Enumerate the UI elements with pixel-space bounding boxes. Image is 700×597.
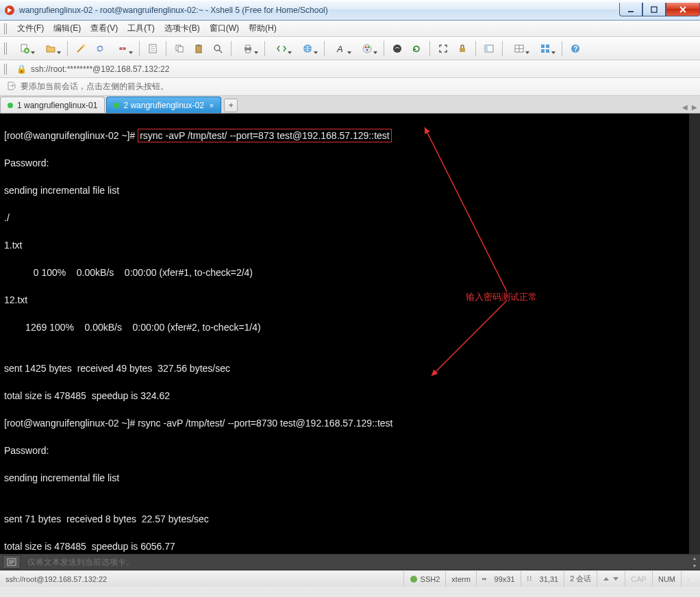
lock-icon[interactable] bbox=[453, 40, 471, 58]
svg-rect-1 bbox=[628, 11, 634, 12]
tab-session-1[interactable]: 1 wangrufienglinux-01 bbox=[0, 97, 105, 113]
svg-rect-23 bbox=[460, 48, 465, 52]
help-icon[interactable]: ? bbox=[566, 40, 584, 58]
window-title: wangrufienglinux-02 - root@wangruifengli… bbox=[19, 5, 619, 15]
status-size: ↔ 99x31 bbox=[476, 571, 521, 587]
status-dot-icon bbox=[114, 103, 119, 108]
shield-icon bbox=[410, 575, 418, 583]
address-bar: 🔒 ssh://root:********@192.168.57.132:22 bbox=[0, 60, 700, 78]
bookmark-arrow-icon[interactable] bbox=[7, 81, 16, 92]
status-sessions: 2 会话 bbox=[564, 571, 597, 587]
menu-window[interactable]: 窗口(W) bbox=[205, 21, 244, 36]
annotation-text: 输入密码测试正常 bbox=[466, 290, 537, 304]
reconnect-icon[interactable] bbox=[91, 40, 109, 58]
toolbar: A ? bbox=[0, 37, 700, 60]
fullscreen-icon[interactable] bbox=[434, 40, 452, 58]
nav-arrows-icon[interactable] bbox=[269, 40, 294, 58]
tab-scroll-right-icon[interactable]: ▶ bbox=[692, 103, 697, 111]
font-icon[interactable]: A bbox=[329, 40, 353, 58]
refresh-icon[interactable] bbox=[408, 40, 425, 58]
window-titlebar: wangrufienglinux-02 - root@wangruifengli… bbox=[0, 0, 700, 21]
compose-scroll-down[interactable]: ▼ bbox=[689, 562, 700, 570]
lock-icon: 🔒 bbox=[16, 64, 27, 74]
svg-point-5 bbox=[82, 45, 85, 47]
svg-rect-25 bbox=[485, 45, 488, 52]
wand-icon[interactable] bbox=[72, 40, 90, 58]
session-url[interactable]: ssh://root:********@192.168.57.132:22 bbox=[31, 64, 169, 74]
sidebar-icon[interactable] bbox=[480, 40, 498, 58]
disconnect-icon[interactable] bbox=[110, 40, 135, 58]
add-tab-button[interactable]: + bbox=[224, 99, 238, 112]
svg-point-20 bbox=[368, 46, 370, 48]
svg-point-18 bbox=[363, 45, 371, 53]
status-dot-icon bbox=[8, 103, 13, 108]
svg-point-36 bbox=[410, 576, 417, 583]
svg-rect-9 bbox=[178, 47, 183, 52]
grip-icon bbox=[4, 64, 8, 75]
svg-rect-28 bbox=[546, 45, 549, 48]
svg-rect-2 bbox=[651, 7, 657, 12]
status-term: xterm bbox=[445, 571, 476, 587]
svg-point-19 bbox=[365, 46, 367, 48]
status-bar: ssh://root@192.168.57.132:22 SSH2 xterm … bbox=[0, 570, 700, 587]
menu-file[interactable]: 文件(F) bbox=[12, 21, 49, 36]
status-num: NUM bbox=[652, 571, 681, 587]
menu-bar: 文件(F) 编辑(E) 查看(V) 工具(T) 选项卡(B) 窗口(W) 帮助(… bbox=[0, 21, 700, 37]
globe-icon[interactable] bbox=[295, 40, 320, 58]
svg-text:A: A bbox=[336, 44, 343, 54]
highlighted-command-1: rsync -avP /tmp/test/ --port=873 test@19… bbox=[138, 129, 392, 142]
print-icon[interactable] bbox=[236, 40, 260, 58]
tiles-icon[interactable] bbox=[533, 40, 558, 58]
status-connection: ssh://root@192.168.57.132:22 bbox=[5, 575, 107, 583]
svg-rect-27 bbox=[541, 45, 545, 48]
tab-label: 2 wangrufienglinux-02 bbox=[123, 101, 203, 110]
color-palette-icon[interactable] bbox=[355, 40, 379, 58]
compose-input[interactable] bbox=[23, 555, 689, 570]
menu-help[interactable]: 帮助(H) bbox=[244, 21, 282, 36]
grip-icon bbox=[4, 42, 8, 55]
new-file-icon[interactable] bbox=[12, 40, 37, 58]
maximize-button[interactable] bbox=[642, 3, 666, 16]
session-tabs: 1 wangrufienglinux-01 2 wangrufienglinux… bbox=[0, 96, 700, 114]
svg-rect-14 bbox=[246, 45, 250, 48]
menu-tabs[interactable]: 选项卡(B) bbox=[160, 21, 205, 36]
open-folder-icon[interactable] bbox=[38, 40, 63, 58]
svg-point-22 bbox=[393, 45, 401, 53]
status-pos: ⁝⁝ 31,31 bbox=[521, 571, 564, 587]
svg-text:?: ? bbox=[574, 45, 578, 53]
compose-scroll-up[interactable]: ▲ bbox=[689, 555, 700, 562]
xagent-icon[interactable] bbox=[388, 40, 406, 58]
tab-scroll-left-icon[interactable]: ◀ bbox=[682, 103, 688, 111]
svg-point-21 bbox=[366, 49, 368, 51]
find-icon[interactable] bbox=[209, 40, 227, 58]
svg-rect-30 bbox=[546, 49, 549, 53]
tab-label: 1 wangrufienglinux-01 bbox=[17, 101, 97, 110]
compose-mode-icon[interactable] bbox=[3, 555, 21, 569]
svg-rect-15 bbox=[246, 50, 250, 53]
info-bar: 要添加当前会话，点击左侧的箭头按钮。 bbox=[0, 78, 700, 96]
compose-bar: ▲ ▼ bbox=[0, 554, 700, 570]
menu-edit[interactable]: 编辑(E) bbox=[49, 21, 86, 36]
status-cap: CAP bbox=[625, 571, 652, 587]
close-button[interactable] bbox=[666, 3, 700, 16]
tab-session-2[interactable]: 2 wangrufienglinux-02 × bbox=[106, 97, 221, 113]
menu-view[interactable]: 查看(V) bbox=[86, 21, 123, 36]
grip-icon bbox=[4, 23, 8, 34]
copy-icon[interactable] bbox=[171, 40, 188, 58]
minimize-button[interactable] bbox=[619, 3, 642, 16]
app-icon bbox=[4, 5, 15, 16]
paste-icon[interactable] bbox=[190, 40, 208, 58]
menu-tools[interactable]: 工具(T) bbox=[123, 21, 159, 36]
info-text: 要添加当前会话，点击左侧的箭头按钮。 bbox=[21, 81, 168, 92]
properties-icon[interactable] bbox=[144, 40, 162, 58]
svg-point-12 bbox=[214, 45, 220, 51]
resize-grip-icon[interactable] bbox=[681, 571, 695, 587]
terminal-output[interactable]: [root@wangruifenglinux-02 ~]# rsync -avP… bbox=[0, 114, 700, 554]
status-updown[interactable] bbox=[597, 571, 625, 587]
close-tab-icon[interactable]: × bbox=[210, 101, 214, 110]
svg-rect-11 bbox=[197, 45, 200, 47]
layout-icon[interactable] bbox=[507, 40, 532, 58]
terminal-scrollbar[interactable] bbox=[689, 114, 700, 554]
svg-rect-29 bbox=[541, 49, 545, 53]
status-ssh: SSH2 bbox=[403, 571, 446, 587]
